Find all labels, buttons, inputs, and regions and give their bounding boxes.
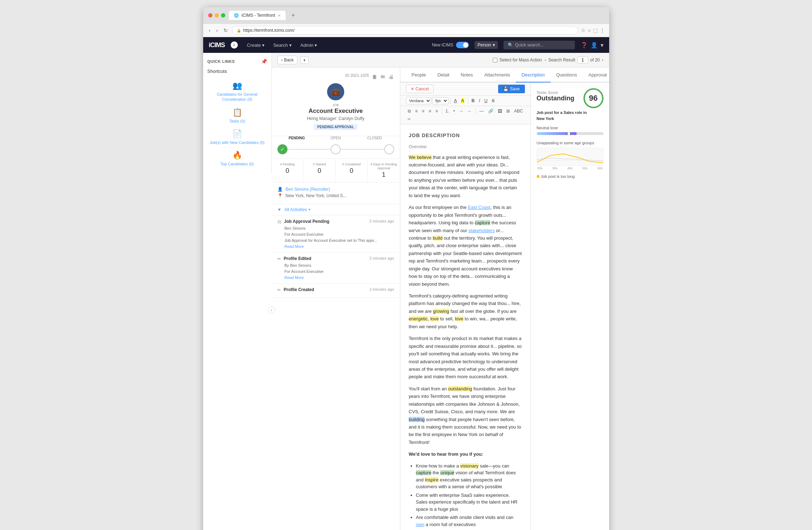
activities-filter[interactable]: ▼ All Activities ▾ (272, 204, 400, 215)
toggle-switch[interactable] (456, 42, 469, 48)
sidebar-item-top-candidates[interactable]: 🔥 Top Candidates (0) (203, 148, 271, 169)
tone-bar (537, 132, 603, 135)
spell-check-button[interactable]: ABC (512, 108, 525, 115)
justify-button[interactable]: ≡ (434, 108, 440, 115)
prev-result-icon[interactable]: ‹ (545, 58, 546, 62)
admin-menu-item[interactable]: Admin ▾ (297, 40, 321, 50)
image-button[interactable]: 🖼 (496, 108, 504, 115)
maximize-dot[interactable] (221, 13, 225, 18)
highlight-believe: We believe (409, 155, 432, 160)
close-dot[interactable] (208, 13, 212, 18)
font-color-button[interactable]: A (452, 97, 459, 104)
back-button[interactable]: ‹ Back (277, 56, 298, 64)
candidates-general-icon: 👥 (232, 81, 242, 90)
save-button[interactable]: 💾 Save (498, 85, 525, 93)
textio-panel: Textio Score Outstanding 96 Job post for… (531, 82, 609, 530)
back-dropdown-button[interactable]: ▾ (300, 56, 309, 64)
search-box[interactable]: 🔍 (503, 41, 575, 49)
underline-button[interactable]: U (483, 97, 490, 104)
help-icon[interactable]: ❓ (581, 42, 588, 49)
outdent-button[interactable]: ← (466, 108, 474, 115)
stat-completed-label: # Completed (339, 162, 365, 166)
back-arrow-icon: ‹ (281, 58, 283, 62)
tab-attachments[interactable]: Attachments (478, 68, 516, 82)
age-60s: 60s (597, 166, 603, 170)
stat-completed: # Completed 0 (336, 159, 368, 182)
highlight-button[interactable]: A (460, 97, 466, 104)
sidebar-item-tasks[interactable]: 📋 Tasks (0) (203, 105, 271, 126)
more-button[interactable]: ‹› (406, 115, 412, 122)
tab-people[interactable]: People (406, 68, 432, 82)
tab-notes[interactable]: Notes (455, 68, 478, 82)
save-disk-icon: 💾 (503, 86, 508, 91)
stat-completed-value: 0 (339, 167, 365, 175)
toolbar-divider-3 (442, 108, 442, 114)
profile-icon[interactable]: ○ (588, 28, 591, 33)
read-more-link-1[interactable]: Read More (277, 244, 394, 249)
tab-detail[interactable]: Detail (432, 68, 455, 82)
recruiter-name[interactable]: Ben Simons (Recruiter) (286, 187, 330, 192)
minimize-dot[interactable] (215, 13, 219, 18)
overview-label: Overview (409, 144, 522, 150)
textio-rating: Outstanding (537, 95, 575, 102)
delete-job-button[interactable]: 🗑 (371, 73, 378, 80)
age-30s: 30s (552, 166, 558, 170)
steps-track: ✓ (277, 144, 394, 154)
font-size-select[interactable]: 9pt (432, 97, 448, 104)
search-box-icon: 🔍 (508, 42, 513, 48)
tab-description[interactable]: Description (516, 68, 550, 82)
menu-icon[interactable]: ⋮ (600, 28, 605, 33)
sidebar-item-candidates-general[interactable]: 👥 Candidates for General Consideration (… (203, 78, 271, 105)
quick-search-input[interactable] (515, 42, 569, 48)
mass-action-checkbox[interactable] (493, 58, 497, 62)
print-job-button[interactable]: 🖨 (388, 73, 394, 80)
unordered-list-button[interactable]: • (452, 108, 457, 115)
sidebar-item-jobs-new-candidates[interactable]: 📄 Job(s) with New Candidates (0) (203, 126, 271, 148)
pin-icon[interactable]: 📌 (261, 59, 267, 64)
logo-text: iCIMS (209, 41, 225, 49)
tasks-icon: 📋 (232, 108, 242, 117)
table-button[interactable]: ⊞ (505, 108, 512, 115)
caret-icon[interactable]: ▾ (601, 42, 603, 49)
bold-button[interactable]: B (470, 97, 477, 104)
copy-button[interactable]: ⧉ (406, 108, 413, 115)
ordered-list-button[interactable]: 1. (444, 108, 451, 115)
address-bar[interactable]: 🔒 https://termfront.icims.com/ (232, 26, 578, 35)
step-pending-circle: ✓ (277, 144, 287, 154)
align-center-button[interactable]: ≡ (420, 108, 426, 115)
tab-questions[interactable]: Questions (551, 68, 583, 82)
title-bar: 🌐 iCIMS - Termfront ✕ + (203, 7, 609, 24)
browser-tab[interactable]: 🌐 iCIMS - Termfront ✕ (229, 11, 286, 20)
extensions-icon[interactable]: ⬚ (593, 28, 598, 33)
search-result-input[interactable] (577, 56, 588, 64)
tab-close-icon[interactable]: ✕ (278, 14, 281, 18)
email-job-button[interactable]: ✉ (380, 73, 386, 80)
textio-score-num: 96 (589, 94, 597, 103)
read-more-link-2[interactable]: Read More (277, 275, 394, 280)
link-button[interactable]: 🔗 (486, 108, 495, 115)
sidebar-collapse-button[interactable]: ‹ (268, 306, 275, 314)
back-button[interactable]: ‹ (207, 27, 212, 34)
italic-button[interactable]: I (477, 97, 482, 104)
search-menu-item[interactable]: Search ▾ (270, 40, 295, 50)
hr-button[interactable]: — (478, 108, 486, 115)
refresh-button[interactable]: ↻ (222, 27, 229, 34)
bookmark-icon[interactable]: ☆ (581, 28, 586, 33)
next-result-icon[interactable]: › (602, 58, 603, 62)
avatar-icon[interactable]: 👤 (591, 42, 598, 49)
font-family-select[interactable]: Verdana (406, 97, 431, 104)
create-menu-item[interactable]: Create ▾ (244, 40, 269, 50)
cancel-button[interactable]: ✕ Cancel (406, 85, 433, 93)
window-controls (208, 13, 225, 18)
tab-approval[interactable]: Approval (583, 68, 609, 82)
align-left-button[interactable]: ≡ (413, 108, 420, 115)
strikethrough-button[interactable]: S (490, 97, 496, 104)
add-tab-button[interactable]: + (289, 11, 297, 19)
status-badge: PENDING APPROVAL (314, 124, 358, 130)
person-selector[interactable]: Person ▾ (475, 41, 497, 49)
job-id: ID 2021-1025 (345, 73, 369, 79)
align-right-button[interactable]: ≡ (427, 108, 433, 115)
top-candidates-icon: 🔥 (232, 151, 242, 160)
forward-button[interactable]: › (215, 27, 219, 34)
indent-button[interactable]: → (457, 108, 465, 115)
